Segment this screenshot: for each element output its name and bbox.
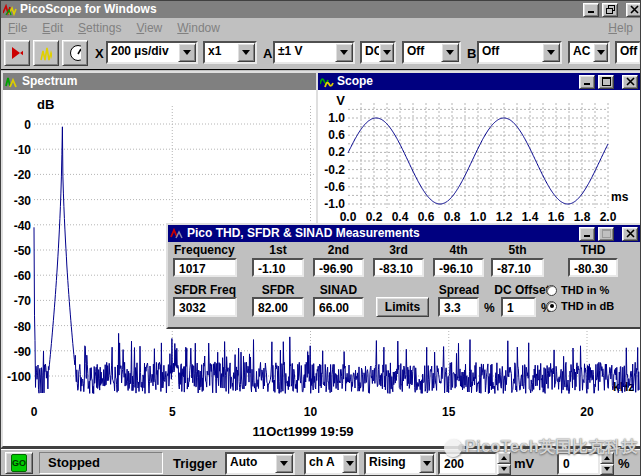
- chevron-down-icon[interactable]: [342, 454, 357, 473]
- axis-tick-label: -90: [14, 345, 32, 359]
- radio-icon[interactable]: [546, 301, 557, 312]
- harmonic-3rd-label: 3rd: [373, 243, 424, 257]
- harmonic-5th-field[interactable]: -87.10: [491, 258, 544, 277]
- axis-tick-label: 1.0: [470, 210, 487, 224]
- chevron-down-icon[interactable]: [593, 43, 608, 62]
- chevron-down-icon[interactable]: [237, 43, 255, 62]
- minimize-button[interactable]: [583, 3, 599, 17]
- picoscope-app-window: PicoScope for Windows File Edit Settings…: [0, 0, 641, 476]
- trigger-threshold-spinner[interactable]: 200: [438, 452, 511, 475]
- menu-view[interactable]: View: [136, 21, 162, 35]
- trigger-threshold-value[interactable]: 200: [438, 452, 497, 475]
- channel-b-range-select[interactable]: Off: [477, 41, 562, 64]
- spread-field[interactable]: 3.3: [438, 297, 479, 317]
- menu-edit[interactable]: Edit: [42, 21, 63, 35]
- frequency-field[interactable]: 1017: [173, 258, 237, 277]
- trigger-channel-value: ch A: [309, 455, 335, 469]
- axis-tick-label: 0.2: [328, 145, 345, 159]
- dialog-minimize-button[interactable]: [579, 227, 595, 241]
- channel-a-coupling-select[interactable]: DC: [360, 41, 396, 64]
- scope-close-button[interactable]: [622, 75, 638, 89]
- axis-tick-label: 5: [169, 405, 176, 419]
- channel-a-function-select[interactable]: Off: [402, 41, 461, 64]
- harmonic-4th-label: 4th: [433, 243, 484, 257]
- restore-button[interactable]: [602, 3, 618, 17]
- scope-plot-area: V1.00.60.2-0.2-0.6-1.00.00.20.40.60.81.0…: [318, 90, 640, 224]
- go-button[interactable]: GO: [5, 452, 33, 474]
- harmonic-4th-field[interactable]: -96.10: [433, 258, 484, 277]
- channel-b-function-value: Off: [620, 44, 637, 58]
- thd-field[interactable]: -80.30: [568, 258, 618, 277]
- scope-window-title: Scope: [337, 73, 576, 90]
- radio-icon[interactable]: [546, 285, 557, 296]
- timebase-select[interactable]: 200 µs/div: [106, 41, 198, 64]
- axis-tick-label: -100: [7, 370, 31, 384]
- scope-minimize-button[interactable]: [579, 75, 595, 89]
- timestamp-label: 11Oct1999 19:59: [252, 424, 353, 439]
- measurements-dialog: Pico THD, SFDR & SINAD Measurements Freq…: [166, 223, 641, 329]
- harmonic-3rd-field[interactable]: -83.10: [373, 258, 424, 277]
- sfdr-field[interactable]: 82.00: [252, 297, 304, 317]
- minimize-icon: [583, 229, 592, 238]
- pre-trigger-value[interactable]: 0: [557, 452, 600, 475]
- channel-b-coupling-select[interactable]: AC: [568, 41, 610, 64]
- spinner-down-icon[interactable]: [600, 464, 614, 476]
- chevron-down-icon[interactable]: [275, 454, 293, 473]
- menu-settings[interactable]: Settings: [78, 21, 121, 35]
- chevron-down-icon[interactable]: [419, 454, 434, 473]
- axis-tick-label: 0: [31, 405, 38, 419]
- channel-a-range-value: ±1 V: [278, 44, 303, 58]
- spinner-up-icon[interactable]: [497, 452, 511, 464]
- spinner-down-icon[interactable]: [497, 464, 511, 476]
- menu-window[interactable]: Window: [177, 21, 220, 35]
- title-bar[interactable]: PicoScope for Windows: [1, 1, 641, 18]
- pre-trigger-spinner[interactable]: 0: [557, 452, 614, 475]
- scope-view-button[interactable]: [4, 40, 30, 66]
- close-button[interactable]: [626, 3, 641, 17]
- limits-button[interactable]: Limits: [376, 297, 429, 317]
- multiplier-select[interactable]: x1: [203, 41, 257, 64]
- menu-help[interactable]: Help: [608, 21, 633, 35]
- radio-thd-in-percent[interactable]: THD in %: [546, 284, 609, 296]
- spectrum-window-icon: [5, 76, 19, 88]
- window-title: PicoScope for Windows: [20, 1, 580, 18]
- chevron-down-icon[interactable]: [441, 43, 459, 62]
- channel-a-range-select[interactable]: ±1 V: [273, 41, 355, 64]
- axis-tick-label: 20: [580, 405, 594, 419]
- dc-offset-field[interactable]: 1: [501, 297, 536, 317]
- scope-maximize-button[interactable]: [598, 75, 614, 89]
- harmonic-2nd-field[interactable]: -96.90: [313, 258, 364, 277]
- menu-file[interactable]: File: [8, 21, 27, 35]
- trigger-mode-select[interactable]: Auto: [225, 452, 295, 475]
- meter-gauge-icon: [69, 44, 81, 62]
- spectrum-view-button[interactable]: [33, 40, 59, 66]
- trigger-label: Trigger: [173, 456, 217, 471]
- chevron-down-icon[interactable]: [335, 43, 353, 62]
- dialog-maximize-button[interactable]: [598, 227, 614, 241]
- scope-title-bar[interactable]: Scope: [318, 73, 640, 90]
- y-axis-unit-label: V: [336, 93, 345, 108]
- axis-tick-label: 2.0: [600, 210, 617, 224]
- trigger-edge-value: Rising: [369, 455, 406, 469]
- chevron-down-icon[interactable]: [178, 43, 196, 62]
- chevron-down-icon[interactable]: [379, 43, 394, 62]
- spread-unit: %: [484, 301, 495, 315]
- sfdr-freq-field[interactable]: 3032: [173, 297, 237, 317]
- spinner-up-icon[interactable]: [600, 452, 614, 464]
- meter-view-button[interactable]: [62, 40, 88, 66]
- dialog-close-button[interactable]: [622, 227, 638, 241]
- trigger-channel-select[interactable]: ch A: [304, 452, 359, 475]
- harmonic-1st-field[interactable]: -1.10: [252, 258, 304, 277]
- chevron-down-icon[interactable]: [542, 43, 560, 62]
- measurements-title-bar[interactable]: Pico THD, SFDR & SINAD Measurements: [168, 225, 640, 242]
- toolbar: X 200 µs/div x1 A ±1 V DC Off B: [1, 37, 640, 70]
- close-icon: [626, 229, 635, 238]
- axis-tick-label: -60: [14, 269, 32, 283]
- spread-label: Spread: [423, 283, 495, 297]
- channel-b-function-select[interactable]: Off: [615, 41, 641, 64]
- axis-tick-label: -1.0: [324, 197, 345, 211]
- trigger-edge-select[interactable]: Rising: [364, 452, 436, 475]
- radio-thd-in-db[interactable]: THD in dB: [546, 300, 614, 312]
- sinad-field[interactable]: 66.00: [313, 297, 364, 317]
- frequency-label: Frequency: [174, 243, 235, 257]
